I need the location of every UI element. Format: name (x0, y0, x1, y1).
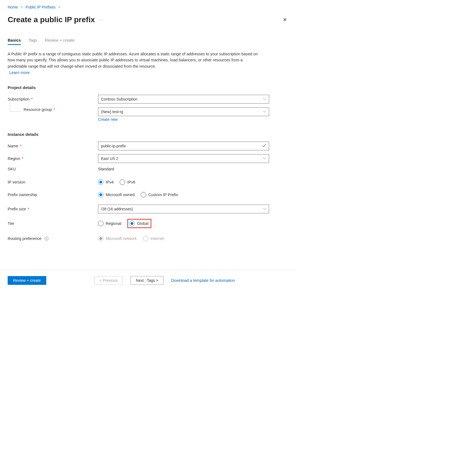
label-prefix-size: Prefix size (8, 207, 26, 211)
chevron-down-icon (263, 110, 266, 113)
highlight-global: Global (127, 219, 151, 228)
radio-regional-label: Regional (106, 221, 121, 226)
chevron-down-icon (263, 207, 266, 211)
title-bar: Create a public IP prefix ··· ✕ (8, 15, 288, 24)
breadcrumb-sep: > (58, 5, 61, 9)
tab-tags[interactable]: Tags (28, 38, 37, 45)
radio-custom-prefix-label: Custom IP Prefix (148, 193, 178, 197)
radio-custom-prefix[interactable]: Custom IP Prefix (141, 192, 178, 197)
breadcrumb-prefixes[interactable]: Public IP Prefixes (25, 5, 55, 9)
tab-review[interactable]: Review + create (45, 38, 74, 45)
required-marker: * (53, 107, 55, 112)
create-new-link[interactable]: Create new (98, 117, 118, 122)
download-template-link[interactable]: Download a template for automation (171, 278, 235, 283)
sku-value: Standard (98, 167, 114, 171)
required-marker: * (31, 97, 33, 101)
radio-ms-owned-label: Microsoft owned (106, 193, 135, 197)
radio-ipv4[interactable]: IPv4 (98, 179, 114, 185)
row-prefix-size: Prefix size * /28 (16 addresses) (8, 205, 288, 213)
section-project-details: Project details (8, 85, 288, 90)
close-icon[interactable]: ✕ (282, 16, 288, 24)
required-marker: * (28, 207, 29, 211)
footer-bar: Review + create < Previous Next : Tags >… (0, 270, 296, 291)
radio-ms-network: Microsoft network (98, 236, 137, 241)
chevron-down-icon (263, 157, 266, 160)
radio-regional[interactable]: Regional (98, 221, 121, 226)
label-region: Region (8, 156, 20, 161)
label-routing-preference: Routing preference (8, 236, 41, 241)
row-name: Name * (8, 142, 288, 150)
prefix-size-select[interactable]: /28 (16 addresses) (98, 205, 269, 213)
prefix-size-value: /28 (16 addresses) (101, 207, 133, 211)
tab-basics[interactable]: Basics (8, 38, 21, 45)
valid-check-icon (262, 144, 266, 149)
radio-global[interactable]: Global (129, 221, 148, 226)
learn-more-link[interactable]: Learn more. (9, 70, 31, 75)
previous-button: < Previous (94, 276, 123, 285)
label-tier: Tier (8, 221, 14, 226)
intro-text: A Public IP prefix is a range of contigu… (8, 51, 260, 69)
label-sku: SKU (8, 167, 16, 171)
row-resource-group: Resource group * (New) test-rg Create ne… (8, 107, 288, 122)
radio-internet-label: Internet (151, 236, 164, 241)
radio-ipv6-label: IPv6 (127, 180, 135, 184)
breadcrumb-sep: > (21, 5, 23, 9)
section-instance-details: Instance details (8, 132, 288, 137)
row-prefix-ownership: Prefix ownership Microsoft owned Custom … (8, 192, 288, 197)
label-resource-group: Resource group (24, 107, 52, 112)
tabs: Basics Tags Review + create (8, 38, 288, 45)
more-actions-icon[interactable]: ··· (99, 18, 103, 22)
row-subscription: Subscription * Contoso Subscription (8, 95, 288, 104)
label-name: Name (8, 144, 18, 148)
label-prefix-ownership: Prefix ownership (8, 193, 37, 197)
label-subscription: Subscription (8, 97, 30, 101)
row-region: Region * East US 2 (8, 154, 288, 163)
region-select[interactable]: East US 2 (98, 154, 269, 163)
resource-group-select[interactable]: (New) test-rg (98, 107, 269, 116)
radio-internet: Internet (143, 236, 164, 241)
label-ip-version: IP version (8, 180, 25, 184)
required-marker: * (20, 144, 22, 148)
radio-ms-owned[interactable]: Microsoft owned (98, 192, 135, 197)
radio-ipv6[interactable]: IPv6 (120, 179, 135, 185)
review-create-button[interactable]: Review + create (8, 276, 46, 285)
chevron-down-icon (263, 98, 266, 101)
breadcrumb-home[interactable]: Home (8, 5, 18, 9)
required-marker: * (22, 156, 24, 161)
breadcrumb: Home > Public IP Prefixes > (8, 5, 288, 9)
name-input[interactable] (98, 142, 269, 150)
radio-ipv4-label: IPv4 (106, 180, 114, 184)
radio-global-label: Global (137, 221, 148, 226)
resource-group-value: (New) test-rg (101, 110, 123, 114)
row-ip-version: IP version IPv4 IPv6 (8, 179, 288, 185)
row-routing-preference: Routing preference i Microsoft network I… (8, 236, 288, 241)
info-icon[interactable]: i (45, 237, 48, 240)
subscription-value: Contoso Subscription (101, 97, 137, 101)
row-sku: SKU Standard (8, 167, 288, 171)
region-value: East US 2 (101, 156, 118, 161)
next-button[interactable]: Next : Tags > (131, 276, 163, 285)
subscription-select[interactable]: Contoso Subscription (98, 95, 269, 104)
radio-ms-network-label: Microsoft network (106, 236, 137, 241)
row-tier: Tier Regional Global (8, 219, 288, 228)
page-title: Create a public IP prefix (8, 15, 95, 24)
